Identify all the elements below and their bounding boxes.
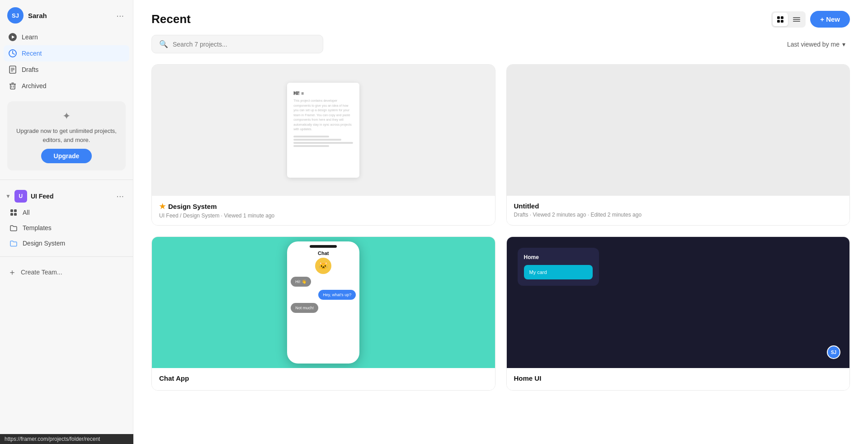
search-input-wrap[interactable]: 🔍 [151, 35, 323, 53]
search-bar: 🔍 Last viewed by me ▾ [151, 35, 850, 53]
svg-rect-9 [10, 84, 15, 89]
view-toggle [771, 11, 806, 28]
main-content: Recent [133, 0, 868, 444]
svg-rect-14 [10, 209, 13, 212]
project-meta-design-system: UI Feed / Design System · Viewed 1 minut… [159, 213, 488, 219]
sidebar-item-all[interactable]: All [2, 205, 129, 220]
svg-rect-19 [781, 16, 783, 19]
project-thumb-home: Home My card SJ [507, 237, 850, 368]
sparkle-icon: ✦ [62, 110, 71, 122]
phone-mockup: Chat 🐱 Hi! 👋 Hey, what's up? Not much! [287, 241, 359, 364]
chat-avatar: 🐱 [315, 258, 331, 274]
svg-rect-20 [777, 20, 780, 23]
user-avatar: SJ [7, 7, 24, 24]
svg-rect-15 [14, 209, 17, 212]
sort-label: Last viewed by me [787, 41, 840, 48]
archived-label: Archived [22, 82, 46, 90]
search-input[interactable] [173, 41, 316, 48]
project-name-design-system: ★ Design System [159, 202, 488, 211]
search-icon: 🔍 [159, 40, 168, 48]
drafts-label: Drafts [22, 66, 38, 73]
team-name: UI Feed [31, 193, 54, 200]
sidebar-user-header: SJ Sarah ··· [0, 0, 133, 27]
project-info-untitled: Untitled Drafts · Viewed 2 minutes ago ·… [507, 196, 850, 224]
create-team-button[interactable]: ＋ Create Team... [4, 262, 129, 282]
status-bar: https://framer.com/projects/folder/recen… [0, 434, 133, 444]
svg-rect-21 [781, 20, 783, 23]
folder-blue-icon [9, 239, 18, 248]
sidebar-item-design-system[interactable]: Design System [2, 236, 129, 251]
folder-icon [9, 223, 18, 232]
project-card-chat[interactable]: Chat 🐱 Hi! 👋 Hey, what's up? Not much! C… [151, 236, 495, 391]
ds-thumb: HI! ≡ This project contains developer co… [287, 83, 359, 178]
sidebar-item-recent[interactable]: Recent [4, 45, 129, 61]
project-info-design-system: ★ Design System UI Feed / Design System … [152, 196, 495, 225]
new-project-button[interactable]: + New [810, 11, 850, 28]
upgrade-button[interactable]: Upgrade [41, 149, 92, 163]
svg-rect-16 [10, 213, 13, 216]
sidebar-item-archived[interactable]: Archived [4, 78, 129, 94]
team-chevron-icon: ▼ [5, 193, 11, 199]
sidebar: SJ Sarah ··· Learn Recent [0, 0, 133, 444]
sj-badge: SJ [827, 345, 840, 359]
page-title: Recent [151, 12, 191, 26]
main-header: Recent [133, 0, 868, 35]
project-card-home[interactable]: Home My card SJ Home UI [506, 236, 850, 391]
main-nav: Learn Recent Drafts [0, 27, 133, 96]
project-card-untitled[interactable]: Untitled Drafts · Viewed 2 minutes ago ·… [506, 64, 850, 226]
svg-line-4 [13, 53, 14, 54]
team-avatar: U [14, 190, 27, 203]
chat-bubble-received-2: Not much! [291, 303, 318, 313]
project-thumb-chat: Chat 🐱 Hi! 👋 Hey, what's up? Not much! [152, 237, 495, 368]
sort-chevron-icon: ▾ [842, 41, 845, 48]
create-team-label: Create Team... [21, 269, 62, 276]
all-grid-icon [9, 208, 18, 217]
chat-header: Chat [287, 248, 359, 258]
upgrade-box: ✦ Upgrade now to get unlimited projects,… [7, 101, 126, 170]
phone-avatar-row: 🐱 [287, 258, 359, 274]
sidebar-item-templates[interactable]: Templates [2, 220, 129, 236]
play-icon [8, 33, 17, 42]
team-name-row[interactable]: ▼ U UI Feed [5, 190, 53, 203]
sort-select[interactable]: Last viewed by me ▾ [783, 38, 850, 51]
grid-view-button[interactable] [773, 13, 788, 26]
user-more-button[interactable]: ··· [114, 9, 126, 23]
user-info[interactable]: SJ Sarah [7, 7, 47, 24]
status-url: https://framer.com/projects/folder/recen… [5, 436, 100, 442]
sidebar-item-drafts[interactable]: Drafts [4, 61, 129, 78]
project-info-chat: Chat App [152, 368, 495, 390]
svg-rect-18 [777, 16, 780, 19]
design-system-label: Design System [23, 240, 65, 247]
chat-area: Hi! 👋 Hey, what's up? Not much! [287, 276, 359, 314]
my-card: My card [524, 265, 593, 279]
project-info-home: Home UI [507, 368, 850, 390]
recent-label: Recent [22, 50, 42, 57]
sidebar-divider-2 [0, 256, 133, 257]
team-section: ▼ U UI Feed ··· All [0, 184, 133, 253]
chat-bubble-sent-1: Hey, what's up? [318, 290, 356, 300]
sidebar-divider [0, 179, 133, 180]
all-label: All [23, 209, 30, 216]
header-actions: + New [771, 11, 850, 28]
project-name-chat: Chat App [159, 374, 488, 382]
list-view-button[interactable] [789, 13, 804, 26]
trash-icon [8, 81, 17, 90]
project-card-design-system[interactable]: HI! ≡ This project contains developer co… [151, 64, 495, 226]
project-name-untitled: Untitled [514, 202, 843, 210]
learn-label: Learn [22, 33, 38, 41]
project-name-home: Home UI [514, 374, 843, 382]
clock-icon [8, 49, 17, 58]
chat-bubble-received-1: Hi! 👋 [291, 277, 311, 287]
team-more-button[interactable]: ··· [114, 189, 126, 203]
svg-rect-17 [14, 213, 17, 216]
username: Sarah [28, 12, 47, 19]
projects-grid: HI! ≡ This project contains developer co… [133, 64, 868, 409]
project-meta-untitled: Drafts · Viewed 2 minutes ago · Edited 2… [514, 212, 843, 218]
home-card-title: Home [524, 254, 593, 260]
project-thumb-untitled [507, 65, 850, 196]
plus-icon: ＋ [8, 267, 16, 278]
templates-label: Templates [23, 224, 52, 231]
sidebar-item-learn[interactable]: Learn [4, 29, 129, 45]
home-card: Home My card [518, 248, 599, 286]
team-header: ▼ U UI Feed ··· [2, 185, 129, 205]
